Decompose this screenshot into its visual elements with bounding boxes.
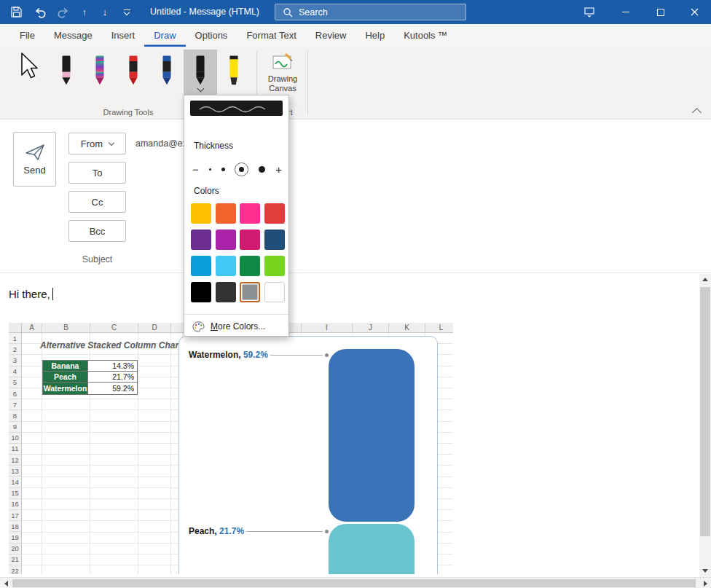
from-address-value: amanda@ex bbox=[135, 138, 187, 149]
more-colors-button[interactable]: More Colors... bbox=[192, 318, 283, 335]
tab-insert[interactable]: Insert bbox=[102, 24, 145, 47]
color-swatch[interactable] bbox=[191, 203, 211, 224]
color-swatch[interactable] bbox=[191, 256, 211, 276]
color-swatch[interactable] bbox=[264, 256, 285, 276]
minimize-button[interactable] bbox=[609, 0, 642, 24]
close-button[interactable] bbox=[678, 0, 711, 24]
vertical-scrollbar[interactable] bbox=[699, 274, 711, 577]
tab-help[interactable]: Help bbox=[356, 24, 394, 47]
undo-icon[interactable] bbox=[31, 0, 51, 24]
tab-draw[interactable]: Draw bbox=[144, 24, 185, 47]
thickness-option-selected[interactable] bbox=[235, 162, 248, 176]
color-swatch[interactable] bbox=[191, 282, 211, 302]
bcc-label: Bcc bbox=[90, 226, 106, 237]
embedded-spreadsheet-image[interactable]: ABCDEFGHIJKL 123456789101112131415161718… bbox=[9, 323, 453, 574]
row-header: 5 bbox=[9, 377, 22, 388]
red-pen[interactable] bbox=[117, 50, 150, 96]
thickness-option[interactable] bbox=[209, 168, 211, 170]
color-swatch[interactable] bbox=[264, 282, 285, 302]
tab-file[interactable]: File bbox=[10, 24, 44, 47]
color-swatch[interactable] bbox=[216, 203, 236, 224]
color-swatch[interactable] bbox=[240, 282, 260, 302]
color-swatch[interactable] bbox=[240, 203, 260, 224]
row-header: 1 bbox=[9, 333, 22, 344]
scroll-up-button[interactable] bbox=[699, 274, 711, 285]
tab-review[interactable]: Review bbox=[306, 24, 356, 47]
from-button[interactable]: From bbox=[68, 133, 126, 154]
color-swatch[interactable] bbox=[191, 230, 211, 250]
select-tool-button[interactable] bbox=[15, 51, 39, 85]
yellow-highlighter[interactable] bbox=[217, 50, 251, 96]
drawing-canvas-icon bbox=[272, 52, 294, 71]
scroll-down-button[interactable] bbox=[699, 565, 711, 576]
tab-kutools[interactable]: Kutools ™ bbox=[394, 24, 457, 47]
thickness-option[interactable] bbox=[259, 166, 265, 173]
table-row: Peach21.7% bbox=[43, 372, 137, 383]
column-header-a: A bbox=[22, 323, 42, 333]
more-colors-label: More Colors... bbox=[211, 321, 265, 332]
message-body[interactable]: Hi there, ABCDEFGHIJKL 12345678910111213… bbox=[0, 273, 699, 577]
value-cell: 59.2% bbox=[88, 383, 137, 393]
category-cell: Banana bbox=[43, 361, 88, 372]
thickness-option[interactable] bbox=[221, 168, 225, 171]
color-swatch[interactable] bbox=[216, 256, 236, 276]
row-header: 4 bbox=[9, 366, 22, 377]
pen-options-menu: Thickness −+ Colors More Colors... bbox=[184, 95, 289, 337]
color-swatch[interactable] bbox=[264, 203, 285, 224]
leader-line bbox=[246, 531, 323, 532]
cc-button[interactable]: Cc bbox=[68, 191, 126, 213]
column-header-l: L bbox=[425, 323, 453, 333]
tab-format-text[interactable]: Format Text bbox=[237, 24, 305, 47]
row-header: 19 bbox=[9, 532, 22, 543]
color-swatch[interactable] bbox=[240, 230, 260, 250]
save-icon[interactable] bbox=[6, 0, 26, 24]
ribbon-tab-bar: FileMessageInsertDrawOptionsFormat TextR… bbox=[0, 24, 711, 47]
horizontal-scrollbar-thumb[interactable] bbox=[12, 579, 696, 587]
color-swatch[interactable] bbox=[216, 230, 236, 250]
scroll-left-button[interactable] bbox=[0, 578, 12, 588]
chevron-down-icon bbox=[109, 139, 114, 145]
value-cell: 21.7% bbox=[88, 372, 137, 383]
galaxy-pen[interactable] bbox=[83, 50, 117, 96]
increase-thickness-button[interactable]: + bbox=[275, 164, 282, 175]
ribbon-display-options-icon[interactable] bbox=[578, 0, 601, 24]
tab-message[interactable]: Message bbox=[44, 24, 102, 47]
send-button[interactable]: Send bbox=[13, 132, 56, 187]
pencil[interactable] bbox=[50, 50, 83, 96]
search-input[interactable]: Search bbox=[275, 4, 466, 20]
scroll-right-button[interactable] bbox=[699, 578, 711, 588]
black-pen[interactable] bbox=[184, 50, 217, 96]
label-category: Watermelon, bbox=[189, 350, 243, 360]
redo-icon[interactable] bbox=[52, 0, 73, 24]
row-header: 11 bbox=[9, 444, 22, 455]
decrease-thickness-button[interactable]: − bbox=[192, 164, 199, 175]
move-down-icon[interactable]: ↓ bbox=[95, 0, 115, 24]
row-header: 12 bbox=[9, 455, 22, 466]
label-percent: 59.2% bbox=[243, 350, 268, 360]
blue-pen[interactable] bbox=[150, 50, 184, 96]
collapse-ribbon-icon[interactable] bbox=[692, 108, 702, 117]
color-swatch[interactable] bbox=[216, 282, 236, 302]
move-up-icon[interactable]: ↑ bbox=[74, 0, 95, 24]
subject-label: Subject bbox=[68, 254, 126, 264]
row-header: 22 bbox=[9, 565, 22, 574]
maximize-button[interactable] bbox=[644, 0, 677, 24]
tab-options[interactable]: Options bbox=[186, 24, 237, 47]
column-header-j: J bbox=[353, 323, 389, 333]
to-button[interactable]: To bbox=[68, 162, 126, 184]
color-swatch[interactable] bbox=[240, 256, 260, 276]
row-header: 10 bbox=[9, 433, 22, 444]
customize-quick-access-toolbar-icon[interactable] bbox=[117, 0, 137, 24]
drawing-canvas-label: Drawing Canvas bbox=[263, 74, 302, 93]
palette-icon bbox=[192, 321, 205, 332]
leader-line bbox=[270, 355, 323, 356]
table-row: Banana14.3% bbox=[43, 361, 137, 372]
thickness-label: Thickness bbox=[194, 141, 233, 151]
bcc-button[interactable]: Bcc bbox=[68, 220, 126, 242]
gridline bbox=[170, 333, 171, 574]
color-palette bbox=[191, 203, 285, 302]
chevron-down-icon[interactable] bbox=[197, 85, 204, 93]
color-swatch[interactable] bbox=[264, 230, 285, 250]
horizontal-scrollbar[interactable] bbox=[0, 577, 711, 588]
vertical-scrollbar-thumb[interactable] bbox=[700, 287, 710, 536]
